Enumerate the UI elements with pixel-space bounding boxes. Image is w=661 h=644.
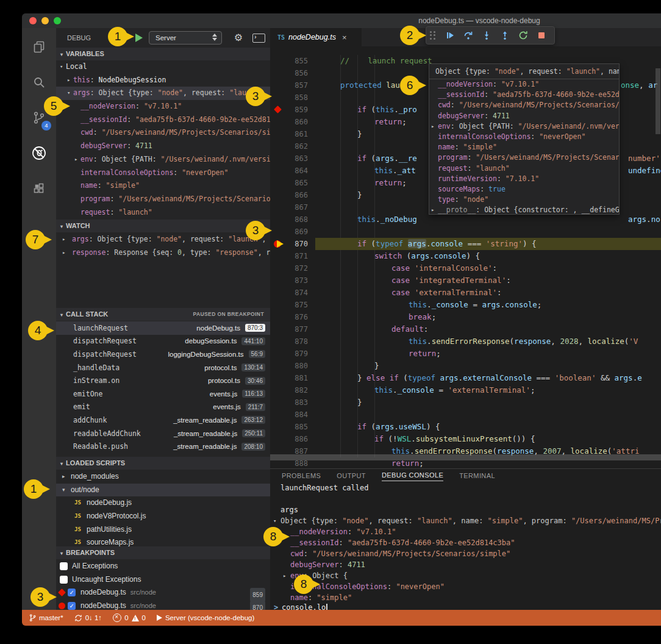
variables-section-header[interactable]: ▾VARIABLES [56,48,270,60]
chevron-down-icon[interactable]: ▾ [62,484,65,497]
chevron-right-icon[interactable]: ▸ [62,232,65,246]
code-line-870[interactable]: 870if (typeof args.console === 'string')… [270,238,661,250]
breakpoints-section-header[interactable]: ▾BREAKPOINTS [56,546,270,559]
line-number[interactable]: 865 [270,177,308,189]
callstack-frame[interactable]: dispatchRequestdebugSession.ts441:10 [56,335,270,348]
console-row[interactable]: args [270,504,661,515]
tab-terminal[interactable]: TERMINAL [459,472,495,481]
watch-row[interactable]: ▸args: Object {type: "node", request: "l… [56,232,270,246]
editor-vertical-scrollbar[interactable] [656,68,660,134]
console-row[interactable]: cwd: "/Users/weinand/MS/Projects/Scenari… [270,548,661,559]
line-number[interactable]: 873 [270,274,308,287]
console-row[interactable]: debugServer: 4711 [270,559,661,570]
chevron-right-icon[interactable]: ▸ [62,246,65,259]
variable-row[interactable]: __nodeVersion: "v7.10.1" [56,100,270,113]
titlebar[interactable]: nodeDebug.ts — vscode-node-debug [22,13,661,28]
code-line-879[interactable]: 879return; [270,348,661,360]
line-number[interactable]: 855 [270,55,308,67]
watch-section-header[interactable]: ▾WATCH [56,220,270,232]
step-over-button[interactable] [459,27,477,43]
watch-row[interactable]: ▸response: Response {seq: 0, type: "resp… [56,246,270,259]
stop-button[interactable] [532,27,551,43]
start-debug-button[interactable] [135,34,143,42]
console-row[interactable]: internalConsoleOptions: "neverOpen" [270,581,661,592]
line-number[interactable]: 884 [270,409,308,421]
git-branch-item[interactable]: master* [29,614,63,622]
tooltip-property-row[interactable]: program: "/Users/weinand/MS/Projects/Sce… [429,152,619,163]
chevron-down-icon[interactable]: ▾ [60,60,63,74]
variable-row[interactable]: ▾Local [56,60,270,74]
callstack-frame[interactable]: readableAddChunk_stream_readable.js250:1… [56,427,270,440]
breakpoint-row[interactable]: Uncaught Exceptions [56,573,270,587]
line-number[interactable]: 866 [270,189,308,201]
code-line-875[interactable]: 875this._console = args.console; [270,299,661,311]
chevron-right-icon[interactable]: ▸ [62,470,65,484]
tooltip-property-row[interactable]: __sessionId: "aeda75fb-637d-4660-9b2e-ee… [429,90,619,100]
tab-nodedebug-ts[interactable]: TS nodeDebug.ts × [270,28,362,46]
callstack-frame[interactable]: addChunk_stream_readable.js263:12 [56,413,270,427]
code-line-886[interactable]: 886if (!WSL.subsystemLinuxPresent()) { [270,433,661,445]
line-number[interactable]: 876 [270,311,308,323]
code-line-874[interactable]: 874case 'externalTerminal': [270,287,661,299]
close-button[interactable] [29,17,37,24]
exception-checkbox[interactable] [60,576,68,584]
problems-item[interactable]: 0 0 [113,614,146,622]
tooltip-property-row[interactable]: cwd: "/Users/weinand/MS/Projects/Scenari… [429,100,619,110]
code-line-881[interactable]: 881} else if (typeof args.externalConsol… [270,372,661,384]
loaded-scripts-section-header[interactable]: ▾LOADED SCRIPTS [56,457,270,470]
zoom-button[interactable] [54,17,61,24]
line-number[interactable]: 864 [270,165,308,177]
console-row[interactable]: ▾Object {type: "node", request: "launch"… [270,515,661,526]
line-number[interactable]: 868 [270,213,308,226]
debug-icon[interactable] [22,139,56,167]
code-line-884[interactable]: 884 [270,409,661,421]
callstack-frame[interactable]: _handleDataprotocol.ts130:14 [56,361,270,374]
variable-row[interactable]: ▾args: Object {type: "node", request: "l… [56,87,270,100]
editor-horizontal-scrollbar[interactable] [270,454,661,460]
chevron-right-icon[interactable]: ▸ [67,74,70,87]
loaded-script-row[interactable]: ▾out/node [56,484,270,497]
variable-row[interactable]: request: "launch" [56,206,270,220]
variable-row[interactable]: cwd: "/Users/weinand/MS/Projects/Scenari… [56,126,270,140]
line-number[interactable]: 856 [270,67,308,79]
code-line-883[interactable]: 883} [270,396,661,409]
step-into-button[interactable] [477,27,496,43]
callstack-frame[interactable]: Readable.push_stream_readable.js208:10 [56,440,270,453]
configure-gear-icon[interactable]: ⚙ [232,31,245,45]
tooltip-property-row[interactable]: type: "node" [429,195,619,205]
variable-row[interactable]: program: "/Users/weinand/MS/Projects/Sce… [56,193,270,206]
code-line-878[interactable]: 878this.sendErrorResponse(response, 2028… [270,335,661,348]
console-row[interactable]: name: "simple" [270,592,661,603]
minimize-button[interactable] [41,17,49,24]
callstack-frame[interactable]: inStream.onprotocol.ts30:46 [56,374,270,387]
line-number[interactable]: 858 [270,91,308,104]
console-row[interactable]: __sessionId: "aeda75fb-637d-4660-9b2e-ee… [270,537,661,548]
variable-row[interactable]: name: "simple" [56,179,270,193]
code-line-869[interactable]: 869 [270,226,661,238]
variable-row[interactable]: __sessionId: "aeda75fb-637d-4660-9b2e-ee… [56,113,270,127]
console-row[interactable]: ▸env: Object { [270,570,661,581]
line-number[interactable]: 857 [270,79,308,91]
callstack-frame[interactable]: launchRequestnodeDebug.ts870:3 [56,321,270,335]
tab-output[interactable]: OUTPUT [337,472,366,481]
line-number[interactable]: 878 [270,335,308,348]
line-number[interactable]: 861 [270,128,308,140]
code-line-873[interactable]: 873case 'integratedTerminal': [270,274,661,287]
line-number[interactable]: 872 [270,262,308,274]
line-number[interactable]: 877 [270,323,308,335]
tooltip-property-row[interactable]: ▸__proto__: Object {constructor: , __def… [429,205,619,215]
line-number[interactable]: 883 [270,396,308,409]
breakpoint-checkbox[interactable] [68,602,76,610]
line-number[interactable]: 860 [270,116,308,128]
chevron-down-icon[interactable]: ▾ [67,87,70,100]
variable-row[interactable]: ▸env: Object {PATH: "/Users/weinand/.nvm… [56,153,270,166]
line-number[interactable]: 879 [270,348,308,360]
tooltip-property-row[interactable]: sourceMaps: true [429,184,619,195]
tooltip-property-row[interactable]: debugServer: 4711 [429,111,619,121]
console-row[interactable]: launchRequest called [270,482,661,493]
console-row[interactable]: __nodeVersion: "v7.10.1" [270,526,661,537]
step-out-button[interactable] [496,27,514,43]
exception-checkbox[interactable] [60,562,68,570]
tooltip-property-row[interactable]: __nodeVersion: "v7.10.1" [429,79,619,90]
chevron-right-icon[interactable]: ▸ [283,570,286,581]
